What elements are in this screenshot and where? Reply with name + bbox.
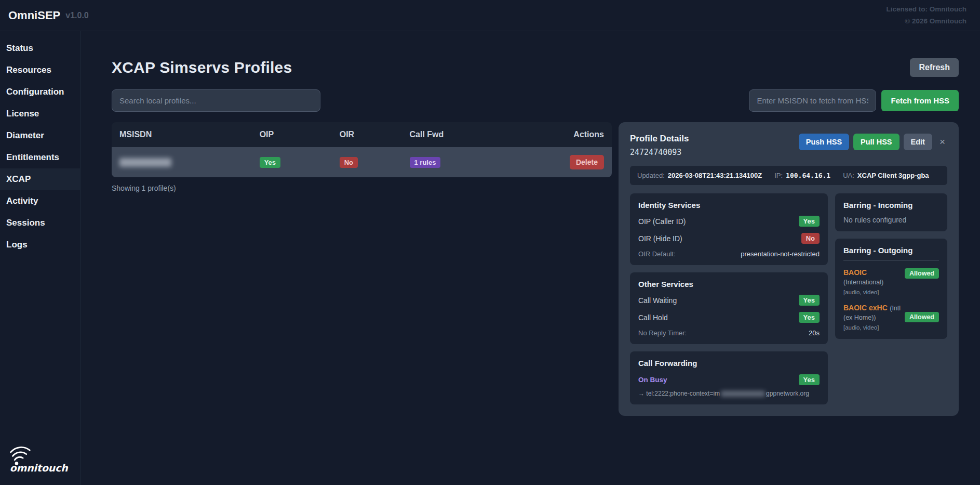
- oir-status-badge: No: [801, 233, 820, 244]
- copyright-text: © 2026 Omnitouch: [886, 16, 966, 27]
- baoic-detail: (International): [843, 279, 883, 286]
- app-title: OmniSEP: [8, 9, 60, 22]
- no-reply-timer-value: 20s: [809, 329, 820, 337]
- cell-callfwd: 1 rules: [402, 147, 522, 177]
- barring-incoming-title: Barring - Incoming: [843, 201, 939, 209]
- barring-rule-baoic-exhc: BAOIC exHC (Intl (ex Home)) [audio, vide…: [843, 303, 939, 331]
- identity-services-title: Identity Services: [638, 201, 820, 209]
- profile-msisdn: 24724740093: [630, 148, 689, 157]
- table-row-count: Showing 1 profile(s): [112, 184, 612, 192]
- sidebar-nav: Status Resources Configuration License D…: [0, 31, 80, 485]
- call-hold-label: Call Hold: [638, 313, 668, 322]
- ua-label: UA:: [843, 172, 854, 179]
- barring-rule-baoic: BAOIC (International) [audio, video] All…: [843, 268, 939, 295]
- cf-rule-name: On Busy: [638, 376, 667, 384]
- hss-msisdn-input[interactable]: [749, 89, 876, 112]
- delete-button[interactable]: Delete: [570, 155, 604, 169]
- profile-meta-bar: Updated: 2026-03-08T21:43:21.134100Z IP:…: [630, 166, 947, 185]
- sidebar-item-logs[interactable]: Logs: [0, 234, 80, 256]
- other-services-title: Other Services: [638, 280, 820, 289]
- edit-button[interactable]: Edit: [904, 134, 932, 150]
- call-forwarding-card: Call Forwarding On Busy Yes → tel:2222;p…: [630, 351, 828, 404]
- updated-label: Updated:: [637, 172, 665, 179]
- table-header-row: MSISDN OIP OIR Call Fwd Actions: [112, 122, 612, 147]
- barring-outgoing-card: Barring - Outgoing BAOIC (International)…: [835, 239, 947, 339]
- pull-hss-button[interactable]: Pull HSS: [853, 134, 899, 150]
- cf-rule-badge: Yes: [799, 374, 820, 385]
- baoic-exhc-allowed-badge: Allowed: [905, 312, 939, 322]
- redacted-domain: [721, 391, 765, 397]
- search-input[interactable]: [112, 89, 320, 112]
- oir-badge: No: [340, 157, 358, 168]
- sidebar-item-configuration[interactable]: Configuration: [0, 81, 80, 103]
- sidebar-item-activity[interactable]: Activity: [0, 190, 80, 212]
- sidebar-item-resources[interactable]: Resources: [0, 59, 80, 81]
- baoic-exhc-media: [audio, video]: [843, 324, 901, 331]
- cf-target-suffix: gppnetwork.org: [766, 390, 809, 397]
- column-header-oip: OIP: [252, 122, 332, 147]
- baoic-media: [audio, video]: [843, 289, 901, 295]
- sidebar-item-diameter[interactable]: Diameter: [0, 125, 80, 147]
- app-header: OmniSEP v1.0.0 Licensed to: Omnitouch © …: [0, 0, 980, 31]
- oir-default-value: presentation-not-restricted: [741, 250, 820, 258]
- profiles-table: MSISDN OIP OIR Call Fwd Actions Yes No: [112, 122, 612, 192]
- sidebar-item-sessions[interactable]: Sessions: [0, 212, 80, 234]
- redacted-msisdn: [119, 158, 171, 167]
- column-header-oir: OIR: [332, 122, 402, 147]
- oip-badge: Yes: [260, 157, 280, 168]
- license-info: Licensed to: Omnitouch © 2026 Omnitouch: [886, 4, 966, 27]
- ua-value: XCAP Client 3gpp-gba: [857, 172, 929, 179]
- panel-title: Profile Details: [630, 134, 689, 144]
- push-hss-button[interactable]: Push HSS: [799, 134, 849, 150]
- column-header-callfwd: Call Fwd: [402, 122, 522, 147]
- oir-default-label: OIR Default:: [638, 250, 676, 258]
- licensed-to-text: Licensed to: Omnitouch: [886, 4, 966, 15]
- baoic-allowed-badge: Allowed: [905, 268, 939, 279]
- column-header-msisdn: MSISDN: [112, 122, 252, 147]
- ip-label: IP:: [774, 172, 783, 179]
- oip-caller-id-label: OIP (Caller ID): [638, 217, 686, 226]
- barring-outgoing-title: Barring - Outgoing: [843, 246, 939, 255]
- main-content: XCAP Simservs Profiles Refresh Fetch fro…: [80, 31, 980, 485]
- divider: [843, 260, 939, 261]
- cell-oir: No: [332, 147, 402, 177]
- omnitouch-logo: omnitouch: [0, 438, 80, 485]
- no-reply-timer-label: No Reply Timer:: [638, 329, 687, 337]
- fetch-from-hss-button[interactable]: Fetch from HSS: [881, 90, 959, 111]
- cell-msisdn: [112, 147, 252, 177]
- cell-oip: Yes: [252, 147, 332, 177]
- baoic-exhc-name: BAOIC exHC: [843, 304, 888, 312]
- cell-actions: Delete: [522, 147, 612, 177]
- other-services-card: Other Services Call Waiting Yes Call Hol…: [630, 272, 828, 344]
- table-row[interactable]: Yes No 1 rules Delete: [112, 147, 612, 177]
- sidebar-item-status[interactable]: Status: [0, 37, 80, 59]
- identity-services-card: Identity Services OIP (Caller ID) Yes OI…: [630, 193, 828, 265]
- sidebar-item-xcap[interactable]: XCAP: [0, 168, 80, 190]
- call-waiting-label: Call Waiting: [638, 296, 677, 305]
- barring-incoming-card: Barring - Incoming No rules configured: [835, 193, 947, 231]
- updated-value: 2026-03-08T21:43:21.134100Z: [668, 172, 762, 179]
- barring-incoming-empty: No rules configured: [843, 216, 939, 224]
- refresh-button[interactable]: Refresh: [910, 58, 959, 77]
- page-title: XCAP Simservs Profiles: [112, 59, 292, 76]
- sidebar-item-license[interactable]: License: [0, 103, 80, 125]
- cf-target-uri: → tel:2222;phone-context=imgppnetwork.or…: [638, 390, 820, 397]
- baoic-name: BAOIC: [843, 268, 867, 277]
- svg-text:omnitouch: omnitouch: [10, 463, 69, 474]
- sidebar-item-entitlements[interactable]: Entitlements: [0, 147, 80, 168]
- app-version: v1.0.0: [65, 11, 88, 20]
- ip-value: 100.64.16.1: [786, 172, 830, 179]
- callfwd-badge: 1 rules: [410, 157, 441, 168]
- cf-target-prefix: → tel:2222;phone-context=im: [638, 390, 720, 397]
- profile-details-panel: Profile Details 24724740093 Push HSS Pul…: [619, 122, 959, 416]
- call-hold-badge: Yes: [799, 312, 820, 323]
- oir-hide-id-label: OIR (Hide ID): [638, 234, 682, 243]
- call-waiting-badge: Yes: [799, 295, 820, 306]
- oip-status-badge: Yes: [799, 216, 820, 227]
- omnitouch-logo-icon: omnitouch: [7, 443, 72, 475]
- call-forwarding-title: Call Forwarding: [638, 359, 820, 368]
- close-icon[interactable]: ×: [937, 136, 947, 148]
- column-header-actions: Actions: [522, 122, 612, 147]
